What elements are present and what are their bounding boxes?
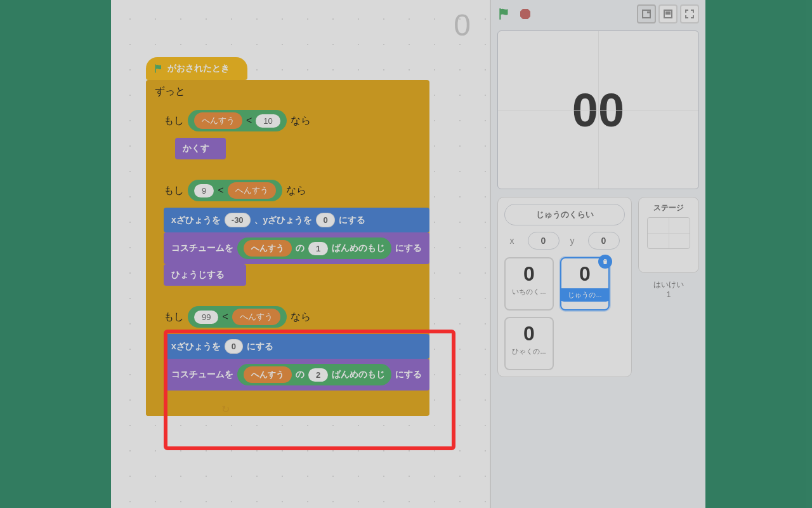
thumb-char: 0 bbox=[506, 262, 553, 286]
txt: にする bbox=[395, 243, 422, 254]
stage-selector[interactable]: ステージ bbox=[638, 197, 699, 273]
backdrop-label: はいけい bbox=[638, 279, 699, 290]
forever-block[interactable]: ずっと もし へんすう < 10 なら bbox=[146, 80, 429, 416]
if-block-2[interactable]: もし 9 < へんすう なら xざひょうを -30 bbox=[155, 175, 429, 298]
hide-label: かくす bbox=[183, 143, 209, 154]
txt: 、yざひょうを bbox=[254, 215, 313, 226]
thumb-char: 0 bbox=[506, 322, 553, 345]
txt: ばんめのもじ bbox=[332, 243, 385, 254]
goto-xy-block[interactable]: xざひょうを -30 、yざひょうを 0 にする bbox=[164, 208, 429, 232]
x-label: x bbox=[510, 236, 514, 246]
backdrop-count: 1 bbox=[638, 290, 699, 299]
operator-lt[interactable]: へんすう < 10 bbox=[188, 110, 287, 131]
number-input[interactable]: 0 bbox=[316, 213, 334, 227]
txt: ばんめのもじ bbox=[332, 369, 385, 380]
variable-pill[interactable]: へんすう bbox=[244, 240, 292, 257]
stage-content: 00 bbox=[498, 83, 698, 137]
txt: にする bbox=[339, 215, 365, 226]
number-input[interactable]: 9 bbox=[194, 184, 214, 197]
lt-symbol: < bbox=[218, 185, 223, 196]
txt: コスチュームを bbox=[171, 243, 233, 254]
small-stage-button[interactable] bbox=[637, 4, 656, 23]
then-label: なら bbox=[286, 184, 306, 197]
svg-rect-2 bbox=[647, 11, 650, 13]
hat-label: がおされたとき bbox=[167, 63, 230, 74]
thumb-label: いちのく... bbox=[506, 287, 553, 297]
if-label: もし bbox=[164, 114, 184, 128]
set-x-block[interactable]: xざひょうを 0 にする bbox=[164, 334, 429, 359]
number-input[interactable]: 2 bbox=[308, 368, 328, 382]
sprite-thumb-ichi[interactable]: 0 いちのく... bbox=[504, 257, 554, 311]
sprite-info-panel: じゅうのくらい x 0 y 0 0 いちのく... 0 じゅ bbox=[497, 197, 632, 377]
txt: の bbox=[296, 369, 304, 380]
forever-label: ずっと bbox=[155, 85, 185, 98]
fullscreen-button[interactable] bbox=[680, 4, 699, 23]
x-value[interactable]: 0 bbox=[528, 232, 560, 250]
y-label: y bbox=[570, 236, 575, 246]
then-label: なら bbox=[291, 311, 311, 324]
if-block-1[interactable]: もし へんすう < 10 なら かくす bbox=[155, 105, 320, 172]
variable-pill[interactable]: へんすう bbox=[194, 112, 242, 129]
txt: の bbox=[296, 243, 304, 254]
svg-marker-0 bbox=[520, 9, 530, 19]
hide-block[interactable]: かくす bbox=[175, 138, 226, 159]
then-label: なら bbox=[291, 114, 311, 128]
switch-costume-block[interactable]: コスチュームを へんすう の 1 ばんめのもじ にする bbox=[164, 232, 429, 264]
sprite-direction-indicator: 0 bbox=[454, 8, 471, 43]
txt: xざひょうを bbox=[171, 215, 221, 226]
if-label: もし bbox=[164, 311, 184, 324]
stop-icon[interactable] bbox=[519, 8, 532, 20]
large-stage-button[interactable] bbox=[658, 4, 678, 23]
variable-pill[interactable]: へんすう bbox=[232, 309, 280, 325]
variable-pill[interactable]: へんすう bbox=[228, 182, 276, 199]
svg-rect-1 bbox=[643, 10, 650, 18]
show-label: ひょうじする bbox=[171, 269, 225, 281]
svg-rect-4 bbox=[665, 11, 671, 15]
variable-pill[interactable]: へんすう bbox=[244, 366, 292, 383]
number-input[interactable]: 10 bbox=[256, 114, 280, 128]
switch-costume-block[interactable]: コスチュームを へんすう の 2 ばんめのもじ にする bbox=[164, 359, 429, 391]
thumb-label: じゅうの... bbox=[560, 288, 610, 302]
delete-sprite-icon[interactable] bbox=[598, 255, 612, 269]
number-input[interactable]: -30 bbox=[225, 213, 251, 227]
y-value[interactable]: 0 bbox=[588, 232, 620, 250]
operator-letter-of[interactable]: へんすう の 1 ばんめのもじ bbox=[237, 237, 391, 259]
number-input[interactable]: 1 bbox=[308, 242, 328, 255]
operator-letter-of[interactable]: へんすう の 2 ばんめのもじ bbox=[237, 364, 391, 385]
txt: にする bbox=[395, 369, 422, 380]
show-block[interactable]: ひょうじする bbox=[164, 264, 246, 286]
txt: コスチュームを bbox=[171, 369, 233, 380]
if-label: もし bbox=[164, 184, 184, 197]
sprite-thumb-juu[interactable]: 0 じゅうの... bbox=[560, 257, 610, 311]
number-input[interactable]: 99 bbox=[194, 311, 218, 324]
sprite-thumb-hyaku[interactable]: 0 ひゃくの... bbox=[504, 317, 554, 370]
stage-mini-icon bbox=[647, 217, 690, 249]
green-flag-icon[interactable] bbox=[497, 7, 511, 21]
stage-title: ステージ bbox=[653, 203, 684, 213]
lt-symbol: < bbox=[246, 115, 252, 126]
thumb-label: ひゃくの... bbox=[506, 347, 553, 356]
lt-symbol: < bbox=[222, 311, 228, 323]
txt: xざひょうを bbox=[171, 341, 221, 352]
green-flag-icon bbox=[154, 64, 164, 74]
sprite-name-input[interactable]: じゅうのくらい bbox=[504, 204, 625, 225]
hat-when-flag-clicked[interactable]: がおされたとき bbox=[146, 57, 247, 80]
operator-lt[interactable]: 9 < へんすう bbox=[188, 180, 282, 201]
txt: にする bbox=[247, 341, 273, 352]
script-area[interactable]: 0 がおされたとき ずっと もし へんすう bbox=[111, 0, 490, 508]
if-block-3[interactable]: もし 99 < へんすう なら xざひょうを 0 bbox=[155, 301, 429, 403]
operator-lt[interactable]: 99 < へんすう bbox=[188, 306, 287, 328]
stage[interactable]: 00 bbox=[497, 30, 699, 189]
number-input[interactable]: 0 bbox=[225, 339, 243, 354]
